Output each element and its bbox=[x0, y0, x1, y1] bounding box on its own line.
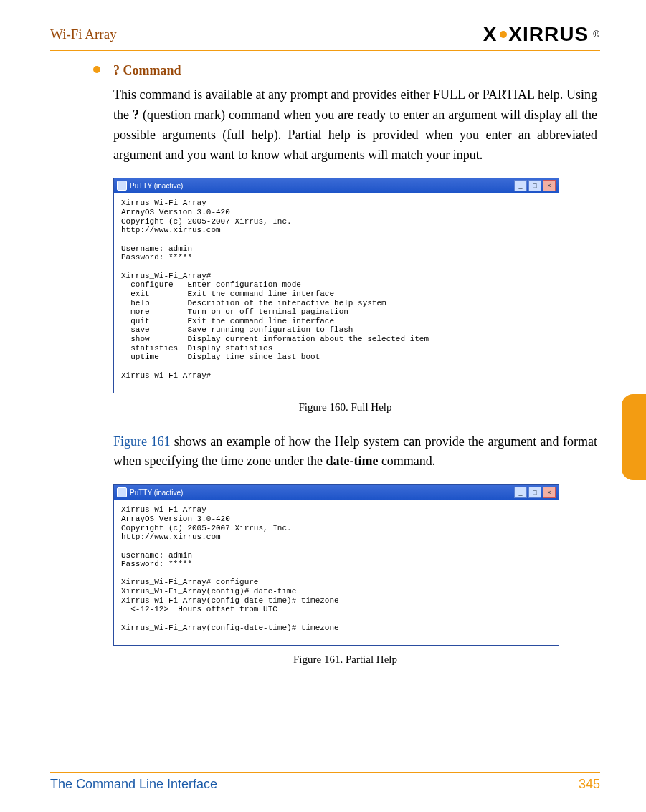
brand-text-1: X bbox=[483, 23, 498, 46]
terminal-output: Xirrus Wi-Fi Array ArrayOS Version 3.0-4… bbox=[114, 500, 559, 645]
window-title: PuTTY (inactive) bbox=[130, 182, 183, 191]
maximize-button[interactable]: □ bbox=[528, 487, 541, 498]
para2-bold: date-time bbox=[326, 454, 378, 468]
bullet-heading-row: ? Command bbox=[93, 61, 597, 81]
close-button[interactable]: × bbox=[543, 487, 556, 498]
page-side-tab bbox=[622, 394, 646, 480]
page-footer: The Command Line Interface 345 bbox=[50, 772, 600, 792]
brand-text-2: XIRRUS bbox=[508, 23, 589, 46]
minimize-button[interactable]: _ bbox=[514, 180, 527, 191]
logo-dot-icon bbox=[500, 31, 507, 38]
paragraph-2: Figure 161 shows an example of how the H… bbox=[113, 432, 597, 472]
minimize-button[interactable]: _ bbox=[514, 487, 527, 498]
window-titlebar: PuTTY (inactive) _ □ × bbox=[114, 178, 559, 193]
brand-logo: XXIRRUS® bbox=[483, 23, 600, 46]
figure-160-caption: Figure 160. Full Help bbox=[93, 399, 597, 416]
figure-161: PuTTY (inactive) _ □ × Xirrus Wi-Fi Arra… bbox=[113, 484, 597, 646]
header-rule bbox=[50, 50, 600, 51]
figure-161-caption: Figure 161. Partial Help bbox=[93, 651, 597, 668]
header-title: Wi-Fi Array bbox=[50, 27, 117, 42]
terminal-output: Xirrus Wi-Fi Array ArrayOS Version 3.0-4… bbox=[114, 193, 559, 393]
page-header: Wi-Fi Array XXIRRUS® bbox=[50, 20, 600, 49]
footer-section-title: The Command Line Interface bbox=[50, 777, 217, 792]
putty-icon bbox=[117, 181, 127, 191]
registered-icon: ® bbox=[593, 29, 600, 39]
figure-161-link[interactable]: Figure 161 bbox=[113, 434, 170, 449]
para1-bold: ? bbox=[133, 108, 139, 122]
bullet-heading: ? Command bbox=[113, 61, 181, 81]
putty-window-partial-help: PuTTY (inactive) _ □ × Xirrus Wi-Fi Arra… bbox=[113, 484, 559, 646]
para2-part-b: command. bbox=[378, 454, 435, 468]
figure-160: PuTTY (inactive) _ □ × Xirrus Wi-Fi Arra… bbox=[113, 178, 597, 393]
window-titlebar: PuTTY (inactive) _ □ × bbox=[114, 485, 559, 500]
putty-window-full-help: PuTTY (inactive) _ □ × Xirrus Wi-Fi Arra… bbox=[113, 178, 559, 393]
bullet-icon bbox=[93, 66, 100, 73]
footer-page-number: 345 bbox=[579, 777, 600, 792]
para1-part-c: (question mark) command when you are rea… bbox=[113, 108, 597, 162]
window-title: PuTTY (inactive) bbox=[130, 489, 183, 497]
putty-icon bbox=[117, 487, 127, 497]
maximize-button[interactable]: □ bbox=[528, 180, 541, 191]
close-button[interactable]: × bbox=[543, 180, 556, 191]
paragraph-1: This command is available at any prompt … bbox=[113, 85, 597, 166]
